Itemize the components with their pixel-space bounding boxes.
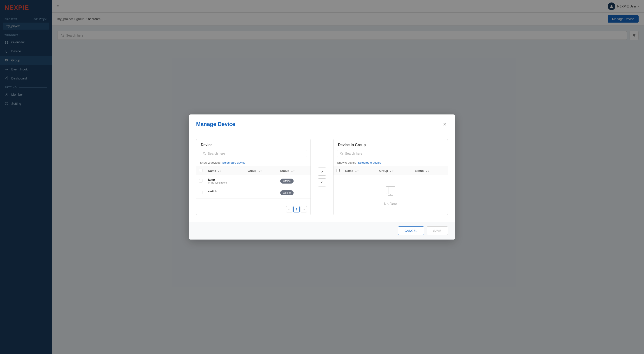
right-panel-table: Name ▲▼ Group ▲▼ Status ▲▼ <box>334 166 448 215</box>
right-status-sort-icon[interactable]: ▲▼ <box>425 170 430 172</box>
device-table-left: Name ▲▼ Group ▲▼ Status ▲▼ <box>196 166 310 199</box>
left-panel-search[interactable] <box>200 150 307 157</box>
left-col-group-label: Group <box>248 169 256 172</box>
left-col-name-label: Name <box>208 169 216 172</box>
status-badge: Offline <box>280 190 293 195</box>
row-checkbox-cell <box>196 175 205 187</box>
modal-header: Manage Device ✕ <box>189 115 455 132</box>
right-search-icon <box>340 152 343 155</box>
right-panel-title: Device in Group <box>334 139 448 150</box>
right-panel-search[interactable] <box>337 150 444 157</box>
right-show-label: Show 0 device <box>337 161 356 164</box>
table-row: switch - Offline <box>196 187 310 199</box>
pagination-current[interactable]: 1 <box>293 206 300 212</box>
transfer-left-icon: < <box>321 181 323 184</box>
left-search-icon <box>203 152 206 155</box>
row-checkbox-cell <box>196 187 205 199</box>
row-group-cell <box>245 175 278 187</box>
modal-footer: CANCEL SAVE <box>189 222 455 239</box>
left-show-label: Show 2 devices <box>200 161 220 164</box>
no-data-area: No Data <box>334 175 448 215</box>
row-name-cell: lamp in the living room <box>205 175 245 187</box>
left-select-all-checkbox[interactable] <box>199 169 202 172</box>
right-panel-info: Show 0 device Selected 0 device <box>334 160 448 166</box>
right-col-status: Status ▲▼ <box>412 166 448 175</box>
status-badge: Offline <box>280 179 293 184</box>
row-checkbox[interactable] <box>199 191 202 194</box>
right-name-sort-icon[interactable]: ▲▼ <box>355 170 359 172</box>
left-panel-table: Name ▲▼ Group ▲▼ Status ▲▼ <box>196 166 310 203</box>
right-select-all-checkbox[interactable] <box>336 169 340 172</box>
left-col-status: Status ▲▼ <box>278 166 310 175</box>
left-col-group: Group ▲▼ <box>245 166 278 175</box>
device-sub: - <box>208 193 242 196</box>
no-data-icon <box>384 184 397 199</box>
status-sort-icon[interactable]: ▲▼ <box>291 170 295 172</box>
save-button[interactable]: SAVE <box>427 226 448 235</box>
name-sort-icon[interactable]: ▲▼ <box>218 170 222 172</box>
row-name-cell: switch - <box>205 187 245 199</box>
modal-close-button[interactable]: ✕ <box>441 121 448 128</box>
device-name: switch <box>208 190 242 193</box>
transfer-left-button[interactable]: < <box>318 178 326 186</box>
device-name-cell: lamp in the living room <box>208 178 242 184</box>
transfer-buttons: > < <box>316 139 328 215</box>
table-row: lamp in the living room Offline <box>196 175 310 187</box>
left-panel-title: Device <box>196 139 310 150</box>
right-col-name: Name ▲▼ <box>342 166 376 175</box>
left-col-status-label: Status <box>280 169 289 172</box>
right-group-sort-icon[interactable]: ▲▼ <box>390 170 394 172</box>
left-panel-info: Show 2 devices Selected 0 device <box>196 160 310 166</box>
transfer-right-button[interactable]: > <box>318 168 326 176</box>
device-panel-right: Device in Group Show 0 device Selected 0… <box>333 139 448 215</box>
left-select-all-header <box>196 166 205 175</box>
manage-device-modal: Manage Device ✕ Device Show 2 devices Se… <box>189 115 455 239</box>
right-col-group: Group ▲▼ <box>376 166 412 175</box>
row-status-cell: Offline <box>278 187 310 199</box>
no-data-label: No Data <box>384 202 397 206</box>
svg-line-21 <box>205 154 206 155</box>
left-col-name: Name ▲▼ <box>205 166 245 175</box>
device-name: lamp <box>208 178 242 181</box>
left-panel-pagination: < 1 > <box>196 203 310 215</box>
right-table-header-row: Name ▲▼ Group ▲▼ Status ▲▼ <box>334 166 448 175</box>
device-table-right: Name ▲▼ Group ▲▼ Status ▲▼ <box>334 166 448 175</box>
row-checkbox[interactable] <box>199 179 202 182</box>
modal-overlay: Manage Device ✕ Device Show 2 devices Se… <box>0 0 644 354</box>
row-group-cell <box>245 187 278 199</box>
pagination-prev[interactable]: < <box>286 206 292 212</box>
pagination-next[interactable]: > <box>300 206 307 212</box>
left-table-header-row: Name ▲▼ Group ▲▼ Status ▲▼ <box>196 166 310 175</box>
right-selected-label[interactable]: Selected 0 device <box>358 161 381 164</box>
row-status-cell: Offline <box>278 175 310 187</box>
right-col-group-label: Group <box>379 169 388 172</box>
left-table-body: lamp in the living room Offline switch -… <box>196 175 310 199</box>
right-select-all-header <box>334 166 342 175</box>
left-selected-label[interactable]: Selected 0 device <box>222 161 246 164</box>
right-col-status-label: Status <box>415 169 424 172</box>
modal-body: Device Show 2 devices Selected 0 device <box>189 132 455 222</box>
left-search-input[interactable] <box>208 152 304 155</box>
svg-point-22 <box>340 152 342 154</box>
svg-point-20 <box>203 152 205 154</box>
modal-title: Manage Device <box>196 121 235 127</box>
group-sort-icon[interactable]: ▲▼ <box>258 170 262 172</box>
transfer-right-icon: > <box>321 170 323 173</box>
device-panel-left: Device Show 2 devices Selected 0 device <box>196 139 311 215</box>
device-sub: in the living room <box>208 181 242 184</box>
svg-line-23 <box>342 154 343 155</box>
device-name-cell: switch - <box>208 190 242 196</box>
right-col-name-label: Name <box>345 169 353 172</box>
cancel-button[interactable]: CANCEL <box>398 226 424 235</box>
right-search-input[interactable] <box>345 152 441 155</box>
